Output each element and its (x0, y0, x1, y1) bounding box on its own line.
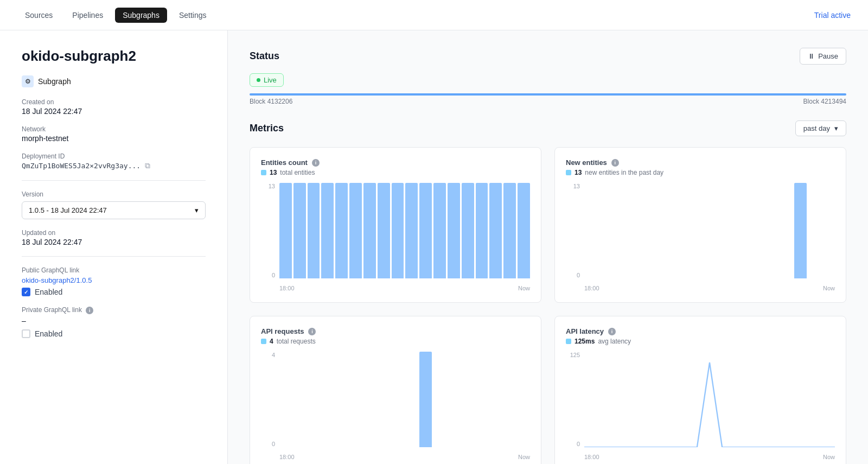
bar (433, 183, 446, 278)
nav-tabs: Sources Pipelines Subgraphs Settings (17, 8, 214, 23)
new-entities-value: 13 (575, 169, 582, 176)
api-requests-chart-area: 4 0 18:00 Now (261, 352, 530, 460)
entities-count-y-axis: 13 0 (261, 183, 277, 278)
status-header: Status ⏸ Pause (250, 48, 846, 65)
api-requests-title: API requests i (261, 327, 530, 335)
new-entities-chart-area: 13 0 18:00 Now (566, 183, 835, 291)
copy-icon[interactable]: ⧉ (145, 161, 150, 170)
main-layout: okido-subgraph2 ⚙ Subgraph Created on 18… (0, 30, 868, 464)
entities-count-legend: 13 total entities (261, 169, 530, 176)
divider-2 (22, 256, 206, 257)
private-enabled-label: Enabled (35, 329, 62, 338)
bar (419, 352, 432, 447)
trial-active-link[interactable]: Trial active (814, 11, 851, 20)
bar (419, 183, 432, 278)
api-latency-legend-dot (566, 339, 571, 344)
api-latency-svg-container (584, 352, 835, 447)
nav-tab-pipelines[interactable]: Pipelines (65, 8, 111, 23)
bar (392, 183, 404, 278)
bar (363, 183, 376, 278)
entities-count-value: 13 (270, 169, 277, 176)
time-selector[interactable]: past day ▾ (795, 120, 846, 136)
subgraph-type-row: ⚙ Subgraph (22, 75, 206, 87)
metrics-header: Metrics past day ▾ (250, 120, 846, 136)
new-entities-bars (584, 183, 835, 278)
bar (448, 183, 460, 278)
bar (462, 183, 474, 278)
private-graphql-section: Private GraphQL link i – Enabled (22, 306, 206, 338)
updated-on-label: Updated on (22, 229, 206, 237)
private-graphql-info-icon[interactable]: i (86, 307, 93, 314)
api-latency-legend: 125ms avg latency (566, 338, 835, 345)
bar (308, 183, 320, 278)
private-enabled-row: Enabled (22, 329, 206, 338)
live-dot (257, 78, 260, 82)
new-entities-x-labels: 18:00 Now (584, 285, 835, 291)
bar (335, 183, 348, 278)
chevron-down-icon: ▾ (195, 206, 199, 214)
api-requests-x-labels: 18:00 Now (279, 454, 530, 460)
pause-label: Pause (818, 52, 838, 60)
time-selector-chevron: ▾ (834, 124, 838, 132)
api-requests-subtitle: total requests (277, 338, 316, 345)
version-label: Version (22, 190, 206, 198)
entities-count-title: Entities count i (261, 158, 530, 167)
metrics-title: Metrics (250, 123, 284, 134)
bar (794, 183, 807, 278)
entities-count-info-icon[interactable]: i (312, 159, 320, 167)
bar (503, 183, 516, 278)
public-graphql-link[interactable]: okido-subgraph2/1.0.5 (22, 276, 206, 284)
block-start-label: Block 4132206 (250, 98, 292, 105)
api-requests-legend: 4 total requests (261, 338, 530, 345)
status-title: Status (250, 50, 279, 62)
bar (349, 183, 362, 278)
charts-grid: Entities count i 13 total entities 13 0 … (250, 147, 846, 464)
entities-count-bars (279, 183, 530, 278)
api-latency-y-axis: 125 0 (566, 352, 582, 447)
version-select-value: 1.0.5 - 18 Jul 2024 22:47 (29, 206, 107, 214)
new-entities-info-icon[interactable]: i (611, 159, 619, 167)
entities-count-chart-area: 13 0 18:00 Now (261, 183, 530, 291)
updated-on-value: 18 Jul 2024 22:47 (22, 238, 206, 246)
progress-bar-fill (250, 93, 846, 96)
api-latency-subtitle: avg latency (598, 338, 631, 345)
checkmark-icon: ✓ (24, 289, 28, 295)
public-graphql-label: Public GraphQL link (22, 266, 206, 274)
nav-tab-subgraphs[interactable]: Subgraphs (115, 8, 167, 23)
api-requests-info-icon[interactable]: i (308, 328, 316, 335)
divider (22, 180, 206, 181)
deployment-id-label: Deployment ID (22, 152, 206, 160)
pause-button[interactable]: ⏸ Pause (800, 48, 846, 65)
pause-icon: ⏸ (808, 52, 815, 60)
live-label: Live (264, 76, 277, 84)
entities-count-chart: Entities count i 13 total entities 13 0 … (250, 147, 541, 303)
network-label: Network (22, 125, 206, 133)
block-end-label: Block 4213494 (803, 98, 846, 105)
api-requests-value: 4 (270, 338, 273, 345)
public-enabled-label: Enabled (35, 288, 62, 296)
updated-on-section: Updated on 18 Jul 2024 22:47 (22, 229, 206, 246)
nav-tab-settings[interactable]: Settings (171, 8, 214, 23)
bar (279, 183, 292, 278)
created-on-label: Created on (22, 98, 206, 106)
api-latency-value: 125ms (575, 338, 595, 345)
subgraph-title: okido-subgraph2 (22, 48, 206, 65)
new-entities-legend: 13 new entities in the past day (566, 169, 835, 176)
deployment-id-row: QmZuTp1BoWES5Ja2×2vvRg3ay... ⧉ (22, 161, 206, 170)
entities-count-subtitle: total entities (280, 169, 315, 176)
api-latency-info-icon[interactable]: i (608, 328, 616, 335)
api-requests-chart: API requests i 4 total requests 4 0 18:0… (250, 316, 541, 464)
public-enabled-row: ✓ Enabled (22, 288, 206, 296)
new-entities-title: New entities i (566, 158, 835, 167)
progress-bar-track (250, 93, 846, 96)
nav-tab-sources[interactable]: Sources (17, 8, 60, 23)
created-on-value: 18 Jul 2024 22:47 (22, 107, 206, 116)
public-enabled-checkbox[interactable]: ✓ (22, 288, 30, 296)
private-enabled-checkbox[interactable] (22, 329, 30, 338)
block-labels: Block 4132206 Block 4213494 (250, 98, 846, 105)
entities-count-legend-dot (261, 170, 266, 175)
api-latency-chart-area: 125 0 18:00 Now (566, 352, 835, 460)
version-select[interactable]: 1.0.5 - 18 Jul 2024 22:47 ▾ (22, 201, 206, 219)
api-latency-x-labels: 18:00 Now (584, 454, 835, 460)
public-graphql-section: Public GraphQL link okido-subgraph2/1.0.… (22, 266, 206, 296)
